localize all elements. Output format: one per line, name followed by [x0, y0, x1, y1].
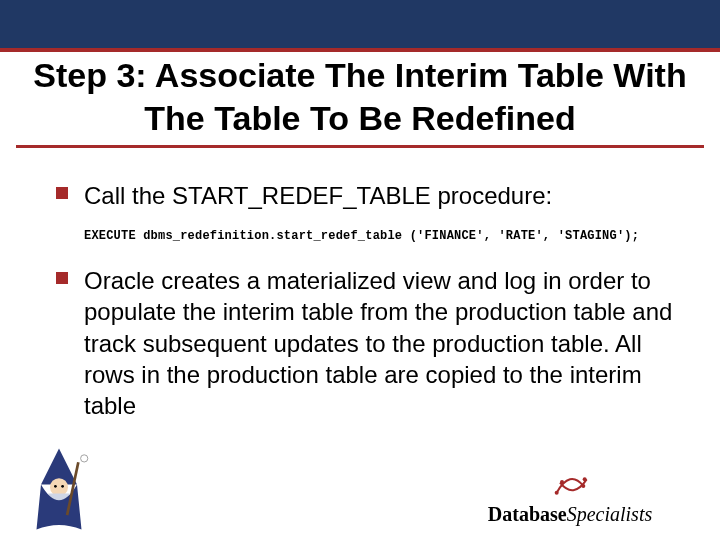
svg-point-6 [581, 484, 585, 488]
code-line: EXECUTE dbms_redefinition.start_redef_ta… [56, 229, 692, 243]
svg-point-8 [583, 477, 587, 481]
bullet-text: Call the START_REDEF_TABLE procedure: [84, 180, 692, 211]
brand-logo: DatabaseSpecialists [460, 471, 680, 526]
header-band [0, 0, 720, 48]
slide-title: Step 3: Associate The Interim Table With… [16, 54, 704, 148]
slide: Step 3: Associate The Interim Table With… [0, 0, 720, 540]
bullet-item: Oracle creates a materialized view and l… [56, 265, 692, 421]
brand-text: DatabaseSpecialists [460, 503, 680, 526]
bullet-item: Call the START_REDEF_TABLE procedure: [56, 180, 692, 211]
svg-point-3 [54, 485, 57, 488]
brand-word-1: Database [488, 503, 567, 525]
wizard-icon [14, 444, 104, 534]
bullet-marker-icon [56, 187, 68, 199]
svg-point-5 [555, 491, 559, 495]
svg-point-7 [560, 480, 564, 484]
bullet-text: Oracle creates a materialized view and l… [84, 265, 692, 421]
bullet-marker-icon [56, 272, 68, 284]
svg-point-2 [81, 455, 88, 462]
swirl-icon [550, 471, 590, 501]
brand-word-2: Specialists [567, 503, 653, 525]
slide-body: Call the START_REDEF_TABLE procedure: EX… [56, 180, 692, 439]
svg-point-4 [61, 485, 64, 488]
